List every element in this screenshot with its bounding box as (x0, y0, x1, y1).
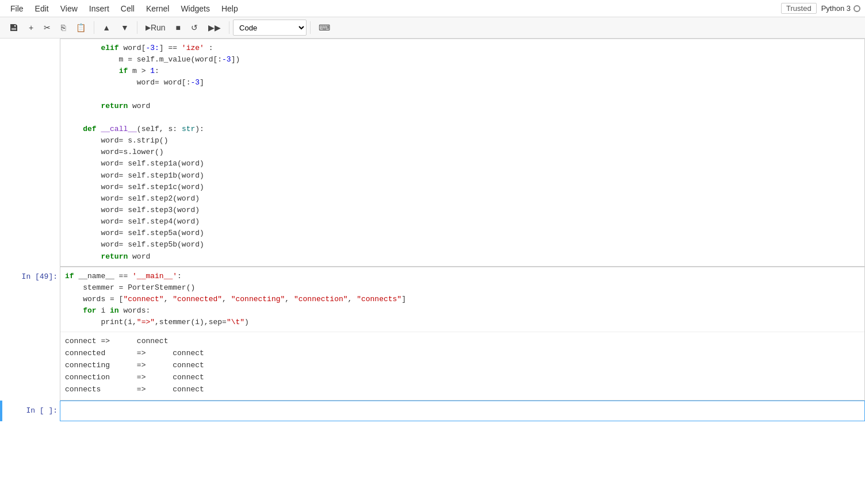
restart-button[interactable]: ↺ (186, 21, 202, 34)
trusted-badge[interactable]: Trusted (781, 3, 817, 14)
menu-insert[interactable]: Insert (83, 3, 115, 14)
menu-kernel[interactable]: Kernel (140, 3, 175, 14)
menu-widgets[interactable]: Widgets (175, 3, 216, 14)
cell-type-select[interactable]: Code Markdown Raw NBConvert (233, 20, 307, 36)
kernel-indicator: Python 3 (821, 4, 860, 13)
menu-bar: File Edit View Insert Cell Kernel Widget… (0, 0, 865, 17)
output-49: connect => connect connected => connect … (60, 332, 864, 400)
add-cell-button[interactable]: + (24, 21, 38, 34)
sep3 (229, 21, 229, 34)
menu-view[interactable]: View (55, 3, 83, 14)
cell-49: In [49]: if __name__ == '__main__': stem… (0, 267, 865, 401)
cell-prompt-scroll (2, 39, 60, 267)
move-down-button[interactable]: ▼ (116, 21, 133, 34)
cell-content-empty (60, 401, 865, 421)
cut-button[interactable]: ✂ (39, 21, 55, 34)
svg-rect-0 (12, 29, 16, 29)
toolbar: + ✂ ⎘ 📋 ▲ ▼ ▶ Run ■ ↺ ▶▶ Code Markdown R… (0, 17, 865, 39)
menu-file[interactable]: File (5, 3, 29, 14)
cell-scroll: elif word[-3:] == 'ize' : m = self.m_val… (0, 39, 865, 267)
paste-button[interactable]: 📋 (71, 21, 90, 34)
menu-edit[interactable]: Edit (29, 3, 55, 14)
sep1 (94, 21, 94, 34)
kernel-status-circle (853, 5, 860, 12)
interrupt-button[interactable]: ■ (171, 21, 185, 34)
menu-cell[interactable]: Cell (115, 3, 140, 14)
move-up-button[interactable]: ▲ (98, 21, 115, 34)
code-49[interactable]: if __name__ == '__main__': stemmer = Por… (60, 267, 864, 332)
notebook: elif word[-3:] == 'ize' : m = self.m_val… (0, 39, 865, 421)
code-empty[interactable] (60, 401, 864, 420)
save-button[interactable] (5, 21, 23, 34)
run-button[interactable]: ▶ Run (141, 21, 170, 34)
restart-run-button[interactable]: ▶▶ (204, 21, 225, 34)
code-scroll[interactable]: elif word[-3:] == 'ize' : m = self.m_val… (60, 39, 864, 266)
cell-content-49: if __name__ == '__main__': stemmer = Por… (60, 267, 865, 401)
sep4 (310, 21, 311, 34)
cell-content-scroll: elif word[-3:] == 'ize' : m = self.m_val… (60, 39, 865, 267)
sep2 (137, 21, 137, 34)
cell-prompt-49: In [49]: (2, 267, 60, 401)
keyboard-shortcuts-button[interactable]: ⌨ (314, 21, 335, 34)
menu-help[interactable]: Help (216, 3, 244, 14)
cell-empty: In [ ]: (0, 401, 865, 421)
cell-prompt-empty: In [ ]: (2, 401, 60, 421)
copy-button[interactable]: ⎘ (56, 21, 70, 34)
